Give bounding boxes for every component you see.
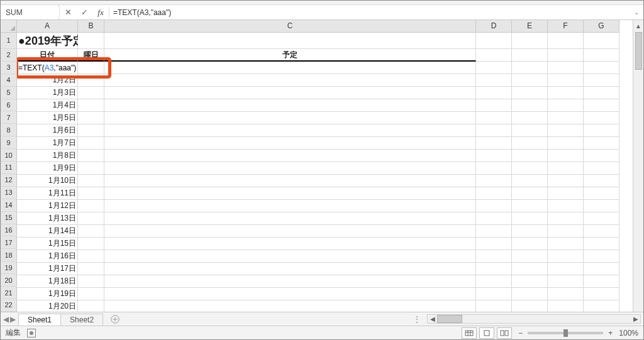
view-page-layout-button[interactable] [479,327,494,339]
cell[interactable] [584,300,619,312]
cell[interactable] [548,112,584,124]
cell[interactable]: 1月12日 [17,200,78,212]
cell[interactable] [78,124,104,137]
scroll-right-arrow[interactable]: ▶ [631,315,640,322]
cell[interactable] [584,124,619,137]
cell[interactable] [548,137,584,150]
cell[interactable] [78,200,104,212]
cell[interactable] [512,212,548,225]
tab-nav[interactable]: ◀ ▶ [1,315,18,324]
cell[interactable]: 予定 [104,49,476,62]
cell[interactable] [512,275,548,288]
cell[interactable] [476,288,512,300]
cell[interactable] [476,300,512,312]
cell[interactable] [104,238,476,250]
cell[interactable] [476,200,512,212]
column-header[interactable]: C [104,20,476,33]
row-header[interactable]: 4 [1,74,17,87]
cell[interactable] [104,33,476,49]
cell[interactable] [78,187,104,200]
cell[interactable] [512,74,548,87]
row-header[interactable]: 14 [1,199,17,212]
cell[interactable] [584,162,619,175]
cell[interactable]: 1月15日 [17,238,78,250]
cell[interactable] [584,175,619,187]
cell[interactable] [476,87,512,99]
cell[interactable] [78,275,104,288]
cell[interactable]: 日付 [17,49,78,62]
cell[interactable] [476,124,512,137]
cell[interactable] [476,187,512,200]
cell[interactable]: 1月3日 [17,87,78,99]
cell[interactable] [476,250,512,263]
confirm-edit-button[interactable]: ✓ [76,5,92,19]
view-page-break-button[interactable] [497,327,512,339]
cell[interactable] [584,200,619,212]
cell[interactable] [104,162,476,175]
cell[interactable] [476,212,512,225]
cell[interactable] [512,124,548,137]
cell[interactable]: 1月8日 [17,150,78,162]
cell[interactable] [104,250,476,263]
cell[interactable] [548,225,584,238]
column-header[interactable]: A [17,20,78,33]
cell[interactable] [476,74,512,87]
vertical-scroll-thumb[interactable] [635,32,642,70]
zoom-slider[interactable] [528,332,603,334]
row-header[interactable]: 11 [1,162,17,174]
sheet-tab[interactable]: Sheet2 [60,314,103,326]
cell[interactable] [512,150,548,162]
row-header[interactable]: 2 [1,49,17,62]
cell[interactable] [78,74,104,87]
cell[interactable] [78,288,104,300]
cell[interactable] [104,275,476,288]
row-header[interactable]: 17 [1,236,17,249]
row-header[interactable]: 21 [1,287,17,299]
horizontal-scroll-thumb[interactable] [437,315,462,323]
cell[interactable] [104,212,476,225]
cell[interactable] [584,263,619,275]
cell[interactable] [512,200,548,212]
row-header[interactable]: 1 [1,33,17,49]
cell[interactable]: 1月14日 [17,225,78,238]
cell[interactable] [584,137,619,150]
cell[interactable] [104,74,476,87]
cell[interactable] [584,187,619,200]
row-header[interactable]: 16 [1,224,17,237]
cell[interactable]: 1月19日 [17,288,78,300]
row-header[interactable]: 6 [1,99,17,112]
cell[interactable] [512,238,548,250]
cell[interactable] [78,150,104,162]
cell[interactable] [104,263,476,275]
select-all-cell[interactable] [1,20,17,33]
cell[interactable]: 1月16日 [17,250,78,263]
cell[interactable] [476,62,512,74]
cell[interactable] [512,33,548,49]
cell[interactable] [512,99,548,112]
cell[interactable]: 1月13日 [17,212,78,225]
cell[interactable] [476,112,512,124]
tab-split-handle[interactable]: ⋮ [409,315,425,324]
cell[interactable]: 1月5日 [17,112,78,124]
cell[interactable] [548,212,584,225]
row-header[interactable]: 3 [1,62,17,74]
add-sheet-button[interactable] [108,314,123,324]
cell[interactable] [78,263,104,275]
insert-function-button[interactable]: fx [92,5,109,19]
cell[interactable] [104,300,476,312]
cell[interactable] [584,62,619,74]
cell[interactable] [584,250,619,263]
cell[interactable] [512,162,548,175]
row-header[interactable]: 15 [1,212,17,224]
cell[interactable]: 1月18日 [17,275,78,288]
cell[interactable] [548,200,584,212]
cell[interactable] [476,33,512,49]
cell[interactable] [548,87,584,99]
cell[interactable] [78,175,104,187]
cell[interactable] [104,150,476,162]
cell[interactable] [584,49,619,62]
row-header[interactable]: 19 [1,261,17,274]
cell[interactable] [584,112,619,124]
cell[interactable] [548,150,584,162]
column-header[interactable]: G [584,20,619,33]
